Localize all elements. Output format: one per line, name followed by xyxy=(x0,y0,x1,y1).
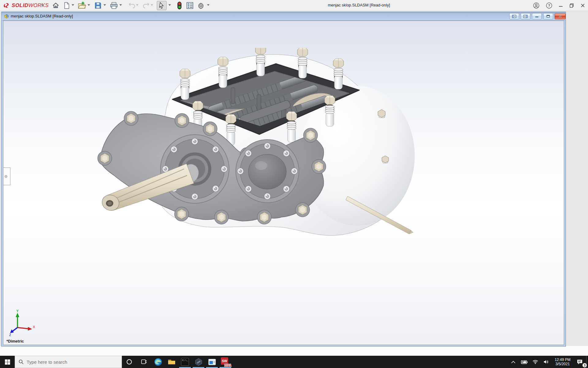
orientation-triad: Y X Z xyxy=(8,310,36,336)
doc-restore-button[interactable] xyxy=(543,13,553,19)
document-titlebar[interactable]: menjac sklop.SLDASM [Read-only] xyxy=(2,12,566,21)
app-title: menjac sklop.SLDASM [Read-only] xyxy=(328,3,390,7)
rebuild-traffic-light-icon xyxy=(177,2,182,10)
edge-icon xyxy=(154,358,162,366)
redo-button[interactable] xyxy=(141,1,151,10)
clock-date: 3/5/2021 xyxy=(552,362,573,366)
clock-time: 12:49 PM xyxy=(552,358,573,362)
taskbar-app-command-prompt[interactable]: C:\_ xyxy=(178,356,192,368)
x-axis-arrow xyxy=(28,327,32,331)
account-button[interactable] xyxy=(532,1,541,10)
options-dropdown[interactable] xyxy=(207,4,209,6)
doc-restore-icon xyxy=(546,15,550,18)
restore-icon xyxy=(569,3,574,8)
file-explorer-icon xyxy=(168,358,176,366)
wifi-tray-icon[interactable] xyxy=(530,356,541,368)
taskbar-search[interactable] xyxy=(15,356,122,368)
search-icon xyxy=(19,359,24,364)
volume-tray-icon[interactable] xyxy=(541,356,552,368)
restore-button[interactable] xyxy=(567,1,576,10)
minimize-button[interactable] xyxy=(556,1,565,10)
new-document-icon xyxy=(63,2,70,9)
action-center-button[interactable]: 3 xyxy=(573,356,586,368)
taskbar-clock[interactable]: 12:49 PM 3/5/2021 xyxy=(552,358,573,366)
wifi-icon xyxy=(533,360,538,364)
file-properties-icon xyxy=(186,2,194,9)
doc-minimize-icon xyxy=(535,15,539,18)
save-icon xyxy=(94,2,102,9)
menu-flyout-arrow[interactable] xyxy=(42,3,43,7)
output-boss xyxy=(236,140,299,203)
hidden-icons-chevron[interactable] xyxy=(508,356,519,368)
print-icon xyxy=(110,2,118,9)
undo-dropdown[interactable] xyxy=(136,4,138,6)
open-icon xyxy=(78,2,86,9)
account-icon xyxy=(533,2,540,9)
cortana-icon xyxy=(126,359,132,365)
task-view-icon xyxy=(141,359,147,365)
command-prompt-icon: C:\_ xyxy=(181,358,189,366)
y-axis-arrow xyxy=(16,313,19,317)
new-document-dropdown[interactable] xyxy=(72,4,74,6)
screen: SOLIDWORKS xyxy=(0,0,588,368)
select-button[interactable] xyxy=(157,1,167,10)
redo-dropdown[interactable] xyxy=(151,4,153,6)
pane-left-button[interactable] xyxy=(509,13,519,19)
file-properties-button[interactable] xyxy=(185,1,195,10)
taskbar-app-edge[interactable] xyxy=(151,356,165,368)
pane-right-button[interactable] xyxy=(521,13,530,19)
z-axis-label: Z xyxy=(9,333,11,336)
edrawings-icon xyxy=(194,358,203,366)
doc-close-button[interactable] xyxy=(555,13,566,19)
search-input[interactable] xyxy=(27,359,112,365)
taskbar-app-edrawings[interactable] xyxy=(192,356,205,368)
select-dropdown[interactable] xyxy=(168,4,171,6)
home-button[interactable] xyxy=(51,1,61,10)
taskbar-app-task-view[interactable] xyxy=(137,356,151,368)
logo-text-works: WORKS xyxy=(28,2,49,8)
featuremanager-collapsed-tab[interactable] xyxy=(3,167,10,185)
options-gear-icon xyxy=(197,2,205,9)
svg-text:?: ? xyxy=(548,4,550,7)
document-window: menjac sklop.SLDASM [Read-only] xyxy=(1,12,566,347)
graphics-viewport[interactable]: Y X Z *Dimetric xyxy=(3,21,564,345)
select-cursor-icon xyxy=(159,2,165,9)
help-icon: ? xyxy=(546,2,552,9)
pane-left-icon xyxy=(512,15,516,18)
undo-icon xyxy=(128,2,135,9)
close-button[interactable] xyxy=(578,1,587,10)
mdi-bottom-strip xyxy=(0,346,588,356)
help-button[interactable]: ? xyxy=(545,1,554,10)
document-title: menjac sklop.SLDASM [Read-only] xyxy=(11,14,73,18)
redo-icon xyxy=(143,2,150,9)
3ds-logo-icon xyxy=(3,2,10,9)
open-button[interactable] xyxy=(77,1,87,10)
home-icon xyxy=(52,2,59,9)
save-dropdown[interactable] xyxy=(104,4,106,6)
solidworks-app-icon: SW 2021 xyxy=(221,357,230,366)
print-button[interactable] xyxy=(109,1,119,10)
mdi-background: menjac sklop.SLDASM [Read-only] xyxy=(0,11,588,356)
save-button[interactable] xyxy=(93,1,103,10)
doc-close-icon xyxy=(558,15,562,18)
taskbar-app-file-explorer[interactable] xyxy=(165,356,178,368)
undo-button[interactable] xyxy=(127,1,137,10)
view-orientation-label: *Dimetric xyxy=(6,339,24,343)
assembly-document-icon xyxy=(4,13,9,19)
print-dropdown[interactable] xyxy=(119,4,122,6)
open-dropdown[interactable] xyxy=(88,4,90,6)
taskbar-app-solidworks[interactable]: SW 2021 xyxy=(219,356,232,368)
x-axis-label: X xyxy=(33,325,35,329)
logo-text-solid: SOLID xyxy=(12,2,28,8)
new-document-button[interactable] xyxy=(62,1,72,10)
taskbar-app-cortana[interactable] xyxy=(122,356,137,368)
battery-tray-icon[interactable] xyxy=(519,356,530,368)
windows-logo-icon xyxy=(5,359,10,365)
taskbar-app-window[interactable] xyxy=(205,356,219,368)
notification-count-badge: 3 xyxy=(582,363,587,367)
y-axis-label: Y xyxy=(16,310,19,313)
rebuild-button[interactable] xyxy=(175,1,184,10)
options-button[interactable] xyxy=(196,1,206,10)
doc-minimize-button[interactable] xyxy=(532,13,542,19)
start-button[interactable] xyxy=(0,356,15,368)
